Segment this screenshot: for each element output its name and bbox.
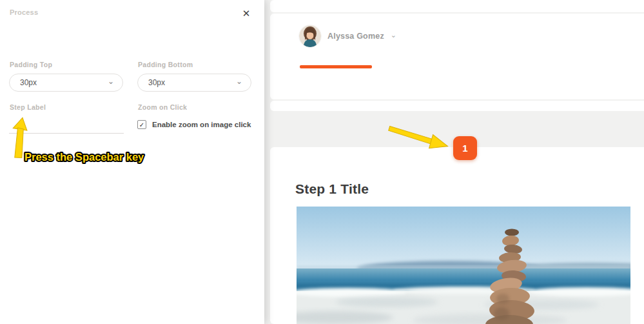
padding-bottom-value: 30px — [148, 78, 165, 87]
panel-title: Process — [10, 8, 38, 16]
preview-topbar — [270, 0, 644, 12]
zoom-on-click-label: Zoom on Click — [138, 103, 187, 111]
settings-panel: Process ✕ Padding Top 30px ⌄ Padding Bot… — [0, 0, 264, 324]
padding-top-value: 30px — [20, 78, 37, 87]
avatar[interactable] — [299, 25, 321, 47]
title-placeholder-bar — [300, 65, 372, 68]
padding-top-select[interactable]: 30px ⌄ — [9, 74, 123, 92]
lesson-header-card: Alyssa Gomez ⌄ — [270, 14, 644, 99]
padding-bottom-select[interactable]: 30px ⌄ — [137, 74, 251, 92]
spacer-card — [270, 101, 644, 111]
step-image[interactable] — [297, 207, 630, 324]
annotation-arrow-badge — [388, 123, 455, 152]
avatar-image — [299, 25, 321, 47]
step-number: 1 — [462, 143, 467, 154]
annotation-text-label: Press the Spacebar key — [24, 151, 144, 163]
zoom-checkbox-text: Enable zoom on image click — [152, 121, 251, 128]
close-icon: ✕ — [242, 8, 251, 19]
author-name: Alyssa Gomez — [327, 32, 384, 41]
chevron-down-icon: ⌄ — [108, 77, 114, 86]
annotation-text: Press the Spacebar key — [22, 147, 161, 167]
close-button[interactable]: ✕ — [240, 7, 253, 20]
padding-top-label: Padding Top — [10, 61, 52, 68]
chevron-down-icon[interactable]: ⌄ — [391, 31, 396, 39]
step-label-label: Step Label — [10, 103, 46, 111]
padding-bottom-label: Padding Bottom — [138, 61, 193, 68]
preview-pane: Alyssa Gomez ⌄ 1 Step 1 Title — [264, 0, 644, 324]
checkmark-icon: ✓ — [139, 121, 144, 128]
zoom-checkbox[interactable]: ✓ — [137, 120, 146, 129]
author-row[interactable]: Alyssa Gomez ⌄ — [299, 25, 396, 47]
step-number-badge: 1 — [453, 136, 477, 160]
zoom-checkbox-row[interactable]: ✓ Enable zoom on image click — [137, 120, 251, 129]
step-title: Step 1 Title — [295, 181, 369, 197]
chevron-down-icon: ⌄ — [236, 77, 242, 86]
app-window: Alyssa Gomez ⌄ 1 Step 1 Title — [0, 0, 644, 324]
beach-photo — [297, 207, 630, 324]
